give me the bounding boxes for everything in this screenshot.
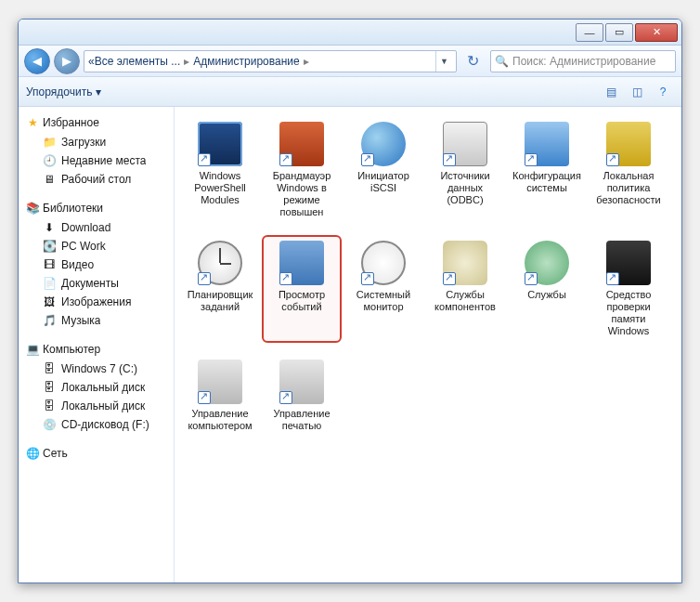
minimize-button[interactable]: — [576, 23, 603, 42]
breadcrumb-prefix[interactable]: « [88, 55, 95, 68]
close-button[interactable]: ✕ [635, 23, 678, 42]
forward-button[interactable]: ▶ [54, 48, 80, 74]
drive-icon: 🗄 [43, 399, 56, 412]
maximize-button[interactable]: ▭ [605, 23, 633, 42]
search-placeholder: Поиск: Администрирование [512, 55, 655, 68]
shortcut-overlay-icon [361, 272, 374, 285]
shortcut-overlay-icon [279, 272, 292, 285]
sidebar-group-libraries[interactable]: 📚Библиотеки [19, 198, 174, 218]
shortcut-overlay-icon [198, 153, 211, 166]
content-pane[interactable]: Windows PowerShell ModulesБрандмауэр Win… [175, 107, 681, 582]
breadcrumb-bar[interactable]: « Все элементы ... ▸ Администрирование ▸… [84, 50, 457, 72]
sidebar-item-libraries-4[interactable]: 🖼Изображения [19, 293, 174, 311]
item-label: Службы [527, 289, 566, 301]
breadcrumb-dropdown[interactable]: ▼ [435, 51, 452, 72]
sidebar-item-favorites-2[interactable]: 🖥Рабочий стол [19, 170, 174, 189]
item-iscsi[interactable]: Инициатор iSCSI [344, 116, 423, 224]
item-sysconfig[interactable]: Конфигурация системы [507, 116, 587, 224]
explorer-window: — ▭ ✕ ◀ ▶ « Все элементы ... ▸ Администр… [18, 19, 682, 583]
item-label: Управление компьютером [184, 408, 256, 432]
item-scheduler[interactable]: Планировщик заданий [180, 235, 260, 343]
titlebar: — ▭ ✕ [19, 20, 681, 46]
item-label: Планировщик заданий [184, 289, 256, 313]
sidebar-item-computer-0[interactable]: 🗄Windows 7 (C:) [19, 360, 174, 378]
body: ★Избранное📁Загрузки🕘Недавние места🖥Рабоч… [19, 107, 681, 582]
folder-icon: 📁 [43, 136, 56, 149]
organize-menu[interactable]: Упорядочить ▾ [26, 85, 101, 98]
sidebar-item-libraries-5[interactable]: 🎵Музыка [19, 311, 174, 330]
item-label: Средство проверки памяти Windows [592, 289, 665, 337]
compmgmt-icon [198, 360, 242, 404]
item-powershell[interactable]: Windows PowerShell Modules [180, 116, 260, 224]
breadcrumb-part-2[interactable]: Администрирование [193, 55, 299, 68]
shortcut-overlay-icon [443, 272, 456, 285]
eventvwr-icon [279, 241, 324, 285]
item-label: Windows PowerShell Modules [184, 170, 256, 206]
search-input[interactable]: 🔍 Поиск: Администрирование [490, 50, 676, 72]
sidebar-item-libraries-3[interactable]: 📄Документы [19, 274, 174, 293]
shortcut-overlay-icon [279, 391, 292, 404]
preview-pane-button[interactable]: ◫ [626, 81, 648, 103]
refresh-button[interactable]: ↻ [462, 51, 483, 72]
item-services[interactable]: Службы [507, 235, 587, 343]
sidebar-item-libraries-0[interactable]: ⬇Download [19, 218, 174, 237]
shortcut-overlay-icon [606, 153, 619, 166]
shortcut-overlay-icon [198, 391, 211, 404]
view-options-button[interactable]: ▤ [600, 81, 622, 103]
download-icon: ⬇ [43, 221, 56, 234]
item-perfmon[interactable]: Системный монитор [344, 235, 423, 343]
sidebar-item-favorites-1[interactable]: 🕘Недавние места [19, 151, 174, 170]
shortcut-overlay-icon [198, 272, 211, 285]
sidebar-item-libraries-1[interactable]: 💽PC Work [19, 237, 174, 255]
help-button[interactable]: ? [652, 81, 674, 103]
sidebar-item-label: PC Work [61, 240, 106, 253]
secpol-icon [606, 122, 651, 166]
desktop-icon: 🖥 [43, 173, 56, 186]
organize-label: Упорядочить [26, 85, 92, 98]
item-eventvwr[interactable]: Просмотр событий [262, 235, 342, 343]
sidebar-item-computer-3[interactable]: 💿CD-дисковод (F:) [19, 415, 174, 434]
item-label: Просмотр событий [266, 289, 338, 313]
perfmon-icon [361, 241, 406, 285]
services-icon [525, 241, 569, 285]
toolbar: Упорядочить ▾ ▤ ◫ ? [19, 77, 681, 107]
item-compsvc[interactable]: Службы компонентов [425, 235, 505, 343]
item-compmgmt[interactable]: Управление компьютером [180, 354, 260, 438]
sidebar-group-computer[interactable]: 💻Компьютер [19, 339, 174, 360]
sidebar-item-favorites-0[interactable]: 📁Загрузки [19, 133, 174, 151]
powershell-icon [198, 122, 242, 166]
libraries-icon: 📚 [26, 202, 39, 215]
sidebar-item-label: Недавние места [61, 154, 146, 167]
sidebar-item-computer-2[interactable]: 🗄Локальный диск [19, 397, 174, 415]
shortcut-overlay-icon [443, 153, 456, 166]
star-icon: ★ [26, 116, 39, 129]
sidebar-item-libraries-2[interactable]: 🎞Видео [19, 255, 174, 274]
network-icon: 🌐 [26, 447, 39, 460]
sidebar-group-label: Библиотеки [43, 202, 103, 215]
item-firewall[interactable]: Брандмауэр Windows в режиме повышен [262, 116, 342, 224]
disk-icon: 💽 [43, 240, 56, 253]
sidebar-item-label: CD-дисковод (F:) [61, 418, 149, 431]
memdiag-icon [606, 241, 651, 285]
documents-icon: 📄 [43, 277, 56, 290]
music-icon: 🎵 [43, 314, 56, 327]
odbc-icon [443, 122, 487, 166]
sidebar-item-label: Загрузки [61, 136, 106, 149]
firewall-icon [279, 122, 324, 166]
compsvc-icon [443, 241, 487, 285]
back-button[interactable]: ◀ [24, 48, 50, 74]
item-label: Конфигурация системы [511, 170, 583, 194]
sidebar-group-network[interactable]: 🌐Сеть [19, 443, 174, 464]
item-label: Управление печатью [266, 408, 338, 432]
item-label: Источники данных (ODBC) [429, 170, 501, 206]
sidebar-group-favorites[interactable]: ★Избранное [19, 112, 174, 133]
item-secpol[interactable]: Локальная политика безопасности [589, 116, 668, 224]
item-label: Брандмауэр Windows в режиме повышен [266, 170, 338, 218]
sidebar-item-computer-1[interactable]: 🗄Локальный диск [19, 378, 174, 397]
computer-icon: 💻 [26, 343, 39, 356]
chevron-right-icon: ▸ [304, 55, 309, 68]
breadcrumb-part-1[interactable]: Все элементы ... [95, 55, 181, 68]
item-odbc[interactable]: Источники данных (ODBC) [425, 116, 505, 224]
item-memdiag[interactable]: Средство проверки памяти Windows [589, 235, 668, 343]
item-printmgmt[interactable]: Управление печатью [262, 354, 342, 438]
